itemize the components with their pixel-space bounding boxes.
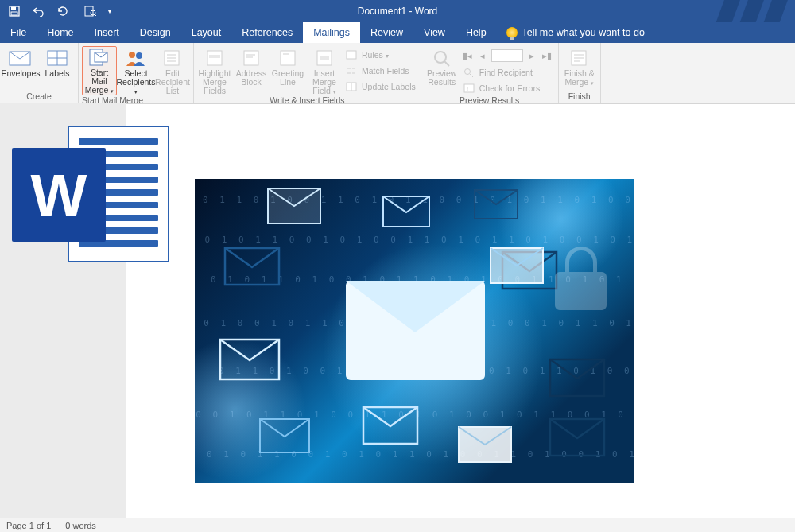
svg-point-30 <box>435 52 446 63</box>
word-logo: W <box>12 121 171 268</box>
first-record-icon[interactable]: ▮◂ <box>461 49 474 62</box>
highlight-icon <box>202 48 227 68</box>
edit-list-icon <box>160 48 185 68</box>
svg-rect-20 <box>244 51 258 65</box>
group-write-insert: HighlightMerge Fields AddressBlock Greet… <box>194 43 421 103</box>
status-words[interactable]: 0 words <box>65 521 96 530</box>
tell-me-text: Tell me what you want to do <box>522 27 645 38</box>
record-navigation: ▮◂ ◂ ▸ ▸▮ <box>461 48 555 64</box>
address-icon <box>238 48 264 68</box>
center-envelope <box>346 281 485 380</box>
mail-merge-icon <box>87 47 112 68</box>
tab-home[interactable]: Home <box>37 22 83 43</box>
svg-rect-23 <box>281 51 295 65</box>
tab-file[interactable]: File <box>0 22 37 43</box>
title-decoration <box>708 0 795 22</box>
svg-point-32 <box>464 69 470 75</box>
svg-point-13 <box>136 52 142 59</box>
title-bar: ▾ Document1 - Word <box>0 0 795 22</box>
group-preview: PreviewResults ▮◂ ◂ ▸ ▸▮ Find Recipient … <box>421 43 559 103</box>
greeting-label: GreetingLine <box>272 69 304 87</box>
svg-line-33 <box>470 74 473 77</box>
window-title: Document1 - Word <box>358 6 437 17</box>
finish-label: Finish &Merge ▾ <box>564 69 595 87</box>
preview-label: PreviewResults <box>427 69 456 87</box>
tab-mailings[interactable]: Mailings <box>303 22 360 43</box>
ribbon-tabs: File Home Insert Design Layout Reference… <box>0 22 795 43</box>
find-recipient-button[interactable]: Find Recipient <box>461 65 555 80</box>
status-bar: Page 1 of 1 0 words <box>0 518 795 532</box>
svg-line-5 <box>95 14 96 16</box>
finish-icon <box>567 48 592 68</box>
start-mail-merge-label: Start MailMerge ▾ <box>83 68 115 95</box>
lock-icon <box>555 247 607 310</box>
preview-results-button[interactable]: PreviewResults <box>425 46 460 87</box>
next-record-icon[interactable]: ▸ <box>525 49 538 62</box>
start-mail-merge-button[interactable]: Start MailMerge ▾ <box>82 46 117 95</box>
match-fields-button[interactable]: Match Fields <box>343 64 417 78</box>
address-block-button[interactable]: AddressBlock <box>234 46 269 87</box>
edit-recipient-list-label: EditRecipient List <box>155 69 190 95</box>
recipients-icon <box>123 48 149 68</box>
find-icon <box>463 67 475 78</box>
undo-icon[interactable] <box>32 5 45 17</box>
match-label: Match Fields <box>362 66 409 76</box>
finish-merge-button[interactable]: Finish &Merge ▾ <box>562 46 597 87</box>
svg-rect-19 <box>209 55 220 58</box>
edit-recipient-list-button[interactable]: EditRecipient List <box>155 46 190 95</box>
svg-rect-1 <box>11 7 16 10</box>
tab-references[interactable]: References <box>231 22 303 43</box>
envelope-icon <box>8 48 33 68</box>
save-icon[interactable] <box>8 5 21 17</box>
tell-me[interactable]: Tell me what you want to do <box>497 22 645 43</box>
update-labels-button[interactable]: Update Labels <box>343 80 417 94</box>
find-label: Find Recipient <box>479 68 533 77</box>
rules-label: Rules <box>362 50 389 60</box>
group-start-mail-merge: Start MailMerge ▾ SelectRecipients ▾ Edi… <box>79 43 194 103</box>
tab-design[interactable]: Design <box>130 22 181 43</box>
qat-dropdown-icon[interactable]: ▾ <box>108 8 111 15</box>
last-record-icon[interactable]: ▸▮ <box>541 49 553 62</box>
prev-record-icon[interactable]: ◂ <box>476 49 489 62</box>
print-preview-icon[interactable] <box>84 5 97 17</box>
tab-view[interactable]: View <box>413 22 456 43</box>
match-icon <box>345 65 358 76</box>
svg-rect-2 <box>11 12 17 15</box>
group-create: Envelopes Labels Create <box>0 43 79 103</box>
svg-text:!: ! <box>467 85 468 92</box>
select-recipients-label: SelectRecipients ▾ <box>116 69 155 95</box>
highlight-merge-fields-button[interactable]: HighlightMerge Fields <box>197 46 232 95</box>
tab-insert[interactable]: Insert <box>84 22 130 43</box>
svg-rect-34 <box>464 84 474 92</box>
record-number-field[interactable] <box>491 49 523 62</box>
svg-rect-27 <box>347 51 356 59</box>
highlight-label: HighlightMerge Fields <box>197 69 232 95</box>
redo-icon[interactable] <box>56 5 68 17</box>
greeting-line-button[interactable]: GreetingLine <box>270 46 305 87</box>
group-create-label: Create <box>0 91 78 103</box>
check-icon: ! <box>463 83 475 94</box>
insert-field-label: Insert MergeField ▾ <box>307 69 342 95</box>
status-page[interactable]: Page 1 of 1 <box>6 521 51 530</box>
svg-line-31 <box>444 61 449 66</box>
labels-icon <box>45 48 70 68</box>
select-recipients-button[interactable]: SelectRecipients ▾ <box>118 46 153 95</box>
update-label: Update Labels <box>362 82 416 91</box>
word-w-letter: W <box>31 161 87 229</box>
tab-layout[interactable]: Layout <box>181 22 232 43</box>
tab-help[interactable]: Help <box>456 22 497 43</box>
email-artwork: 0 1 1 0 1 0 0 1 1 0 1 0 1 1 0 0 1 0 1 0 … <box>195 179 634 483</box>
insert-merge-field-button[interactable]: Insert MergeField ▾ <box>307 46 342 95</box>
envelopes-label: Envelopes <box>1 69 40 78</box>
envelopes-button[interactable]: Envelopes <box>3 46 38 78</box>
tab-review[interactable]: Review <box>360 22 413 43</box>
lightbulb-icon <box>506 27 518 38</box>
rules-button[interactable]: Rules <box>343 48 417 62</box>
labels-label: Labels <box>45 69 70 78</box>
insert-field-icon <box>312 48 337 68</box>
rules-icon <box>345 49 358 60</box>
group-finish: Finish &Merge ▾ Finish <box>559 43 601 103</box>
labels-button[interactable]: Labels <box>40 46 75 78</box>
check-errors-button[interactable]: !Check for Errors <box>461 81 555 95</box>
check-label: Check for Errors <box>479 83 540 93</box>
